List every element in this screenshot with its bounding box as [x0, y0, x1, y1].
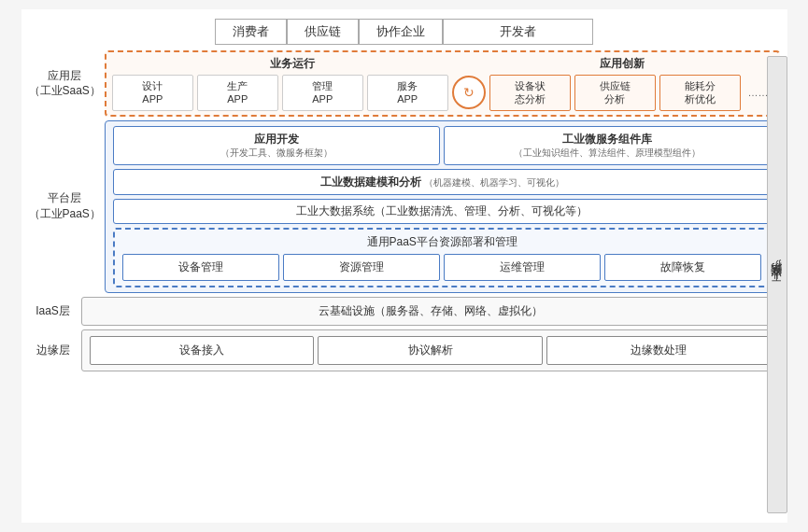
arrow-circle: ↻: [452, 76, 486, 109]
iaas-content: 云基础设施（服务器、存储、网络、虚拟化）: [81, 297, 780, 326]
saas-top-labels: 业务运行 应用创新: [112, 56, 773, 72]
edge-layer: 边缘层 设备接入 协议解析 边缘数处理: [29, 329, 780, 371]
edge-protocol-parse: 协议解析: [318, 336, 543, 365]
user-consumer: 消费者: [215, 19, 287, 45]
paas-app-dev: 应用开发 （开发工具、微服务框架）: [113, 126, 440, 165]
paas-row1: 应用开发 （开发工具、微服务框架） 工业微服务组件库 （工业知识组件、算法组件、…: [113, 126, 772, 165]
divider-arrow: ↻: [452, 76, 486, 109]
app-device-status: 设备状态分析: [489, 75, 571, 111]
saas-label: 应用层 （工业SaaS）: [29, 50, 101, 117]
paas-micro-service: 工业微服务组件库 （工业知识组件、算法组件、原理模型组件）: [444, 126, 771, 165]
edge-content: 设备接入 协议解析 边缘数处理: [81, 329, 780, 371]
paas-fault-recovery: 故障恢复: [604, 254, 761, 281]
iaas-label: IaaS层: [29, 303, 78, 319]
paas-layer: 平台层 （工业PaaS） 应用开发 （开发工具、微服务框架） 工业微服务组件库 …: [29, 120, 780, 293]
paas-general: 通用PaaS平台资源部署和管理 设备管理 资源管理 运维管理 故障恢复: [113, 228, 772, 287]
app-supply-analysis: 供应链分析: [574, 75, 656, 111]
user-partner: 协作企业: [359, 19, 443, 45]
saas-apps: 设计APP 生产APP 管理APP 服务APP ↻ 设备状态分析 供应链分析 能…: [112, 75, 773, 111]
user-supply-chain: 供应链: [287, 19, 359, 45]
paas-label: 平台层 （工业PaaS）: [29, 120, 101, 293]
app-manage: 管理APP: [282, 75, 363, 111]
saas-content: 业务运行 应用创新 设计APP 生产APP 管理APP 服务APP ↻ 设备状态…: [105, 50, 780, 117]
top-users-row: 消费者 供应链 协作企业 开发者: [29, 19, 780, 45]
sections: 应用层 （工业SaaS） 业务运行 应用创新 设计APP 生产APP 管理APP…: [29, 50, 780, 513]
user-developer: 开发者: [443, 19, 593, 45]
paas-device-mgmt: 设备管理: [122, 254, 279, 281]
security-bar: 工业安全防护: [767, 56, 787, 513]
edge-device-access: 设备接入: [90, 336, 315, 365]
app-service: 服务APP: [367, 75, 448, 111]
app-energy-analysis: 能耗分析优化: [659, 75, 741, 111]
business-run-label: 业务运行: [112, 56, 472, 72]
paas-content: 应用开发 （开发工具、微服务框架） 工业微服务组件库 （工业知识组件、算法组件、…: [105, 120, 780, 293]
paas-ops-mgmt: 运维管理: [444, 254, 601, 281]
paas-big-data: 工业大数据系统（工业数据清洗、管理、分析、可视化等）: [113, 199, 772, 224]
paas-data-modeling: 工业数据建模和分析 （机器建模、机器学习、可视化）: [113, 169, 772, 195]
paas-resource-mgmt: 资源管理: [283, 254, 440, 281]
edge-data-processing: 边缘数处理: [546, 336, 772, 365]
saas-layer: 应用层 （工业SaaS） 业务运行 应用创新 设计APP 生产APP 管理APP…: [29, 50, 780, 117]
iaas-layer: IaaS层 云基础设施（服务器、存储、网络、虚拟化）: [29, 297, 780, 326]
app-design: 设计APP: [112, 75, 193, 111]
app-innovation-label: 应用创新: [472, 56, 772, 72]
paas-general-boxes: 设备管理 资源管理 运维管理 故障恢复: [122, 254, 762, 281]
security-label: 工业安全防护: [769, 279, 785, 290]
app-production: 生产APP: [197, 75, 278, 111]
main-container: 消费者 供应链 协作企业 开发者 应用层 （工业SaaS） 业务运行 应用创新 …: [21, 9, 787, 523]
edge-label: 边缘层: [29, 329, 78, 371]
paas-general-title: 通用PaaS平台资源部署和管理: [122, 234, 762, 250]
